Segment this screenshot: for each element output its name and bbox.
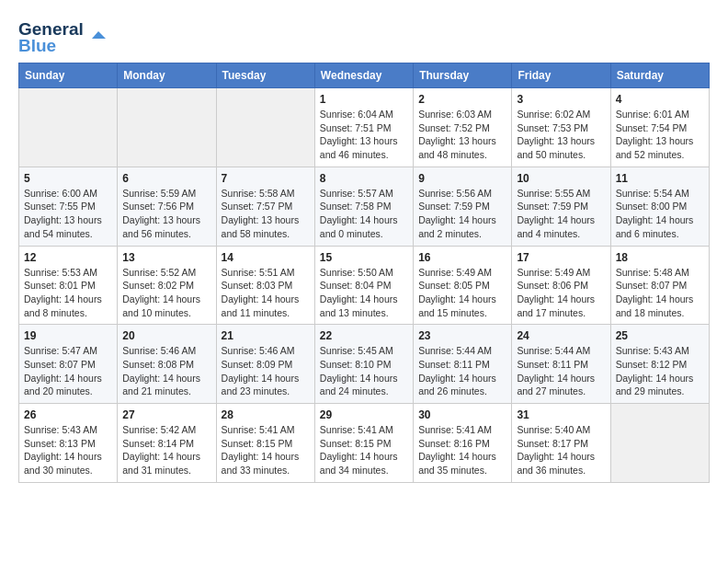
day-info: Sunrise: 5:46 AM Sunset: 8:09 PM Dayligh… — [222, 344, 310, 398]
day-number: 8 — [320, 172, 408, 185]
day-info: Sunrise: 5:54 AM Sunset: 8:00 PM Dayligh… — [616, 187, 704, 241]
calendar-cell: 9Sunrise: 5:56 AM Sunset: 7:59 PM Daylig… — [414, 167, 512, 246]
day-number: 10 — [517, 172, 605, 185]
day-info: Sunrise: 5:53 AM Sunset: 8:01 PM Dayligh… — [24, 266, 112, 320]
calendar-week-row: 19Sunrise: 5:47 AM Sunset: 8:07 PM Dayli… — [19, 325, 710, 404]
day-info: Sunrise: 5:49 AM Sunset: 8:05 PM Dayligh… — [418, 266, 506, 320]
day-info: Sunrise: 6:03 AM Sunset: 7:52 PM Dayligh… — [418, 108, 506, 162]
svg-text:Blue: Blue — [18, 36, 56, 55]
weekday-header-monday: Monday — [118, 63, 216, 88]
calendar-table: SundayMondayTuesdayWednesdayThursdayFrid… — [18, 63, 710, 483]
day-number: 4 — [616, 93, 704, 106]
calendar-week-row: 1Sunrise: 6:04 AM Sunset: 7:51 PM Daylig… — [19, 88, 710, 167]
day-number: 28 — [222, 408, 310, 421]
calendar-cell: 18Sunrise: 5:48 AM Sunset: 8:07 PM Dayli… — [610, 246, 709, 325]
day-number: 26 — [24, 408, 112, 421]
calendar-cell: 8Sunrise: 5:57 AM Sunset: 7:58 PM Daylig… — [314, 167, 413, 246]
page-header: GeneralBlue — [18, 18, 710, 55]
day-info: Sunrise: 5:55 AM Sunset: 7:59 PM Dayligh… — [517, 187, 605, 241]
day-number: 20 — [122, 329, 210, 342]
day-info: Sunrise: 5:58 AM Sunset: 7:57 PM Dayligh… — [222, 187, 310, 241]
weekday-header-row: SundayMondayTuesdayWednesdayThursdayFrid… — [19, 63, 710, 88]
day-info: Sunrise: 5:43 AM Sunset: 8:12 PM Dayligh… — [616, 344, 704, 398]
day-number: 13 — [122, 251, 210, 264]
calendar-cell: 21Sunrise: 5:46 AM Sunset: 8:09 PM Dayli… — [216, 325, 314, 404]
day-info: Sunrise: 5:40 AM Sunset: 8:17 PM Dayligh… — [517, 423, 605, 477]
day-info: Sunrise: 5:44 AM Sunset: 8:11 PM Dayligh… — [418, 344, 506, 398]
calendar-cell: 22Sunrise: 5:45 AM Sunset: 8:10 PM Dayli… — [314, 325, 413, 404]
day-number: 22 — [320, 329, 408, 342]
day-number: 15 — [320, 251, 408, 264]
calendar-week-row: 12Sunrise: 5:53 AM Sunset: 8:01 PM Dayli… — [19, 246, 710, 325]
calendar-cell — [118, 88, 216, 167]
day-info: Sunrise: 6:01 AM Sunset: 7:54 PM Dayligh… — [616, 108, 704, 162]
weekday-header-saturday: Saturday — [610, 63, 709, 88]
calendar-cell: 27Sunrise: 5:42 AM Sunset: 8:14 PM Dayli… — [118, 404, 216, 483]
calendar-cell: 3Sunrise: 6:02 AM Sunset: 7:53 PM Daylig… — [512, 88, 610, 167]
day-info: Sunrise: 5:46 AM Sunset: 8:08 PM Dayligh… — [122, 344, 210, 398]
calendar-cell: 2Sunrise: 6:03 AM Sunset: 7:52 PM Daylig… — [414, 88, 512, 167]
day-info: Sunrise: 5:44 AM Sunset: 8:11 PM Dayligh… — [517, 344, 605, 398]
weekday-header-friday: Friday — [512, 63, 610, 88]
calendar-cell: 31Sunrise: 5:40 AM Sunset: 8:17 PM Dayli… — [512, 404, 610, 483]
day-number: 27 — [122, 408, 210, 421]
logo: GeneralBlue — [18, 18, 110, 55]
day-info: Sunrise: 6:00 AM Sunset: 7:55 PM Dayligh… — [24, 187, 112, 241]
calendar-cell: 24Sunrise: 5:44 AM Sunset: 8:11 PM Dayli… — [512, 325, 610, 404]
day-info: Sunrise: 6:04 AM Sunset: 7:51 PM Dayligh… — [320, 108, 408, 162]
day-number: 24 — [517, 329, 605, 342]
day-number: 2 — [418, 93, 506, 106]
calendar-cell: 14Sunrise: 5:51 AM Sunset: 8:03 PM Dayli… — [216, 246, 314, 325]
calendar-cell: 25Sunrise: 5:43 AM Sunset: 8:12 PM Dayli… — [610, 325, 709, 404]
calendar-cell: 6Sunrise: 5:59 AM Sunset: 7:56 PM Daylig… — [118, 167, 216, 246]
calendar-cell: 7Sunrise: 5:58 AM Sunset: 7:57 PM Daylig… — [216, 167, 314, 246]
calendar-cell: 16Sunrise: 5:49 AM Sunset: 8:05 PM Dayli… — [414, 246, 512, 325]
day-number: 17 — [517, 251, 605, 264]
day-info: Sunrise: 5:51 AM Sunset: 8:03 PM Dayligh… — [222, 266, 310, 320]
day-number: 11 — [616, 172, 704, 185]
day-number: 5 — [24, 172, 112, 185]
calendar-cell: 30Sunrise: 5:41 AM Sunset: 8:16 PM Dayli… — [414, 404, 512, 483]
day-info: Sunrise: 5:59 AM Sunset: 7:56 PM Dayligh… — [122, 187, 210, 241]
day-number: 23 — [418, 329, 506, 342]
calendar-cell: 28Sunrise: 5:41 AM Sunset: 8:15 PM Dayli… — [216, 404, 314, 483]
calendar-cell: 15Sunrise: 5:50 AM Sunset: 8:04 PM Dayli… — [314, 246, 413, 325]
day-number: 12 — [24, 251, 112, 264]
day-info: Sunrise: 5:43 AM Sunset: 8:13 PM Dayligh… — [24, 423, 112, 477]
day-info: Sunrise: 5:57 AM Sunset: 7:58 PM Dayligh… — [320, 187, 408, 241]
svg-marker-2 — [92, 31, 106, 39]
day-number: 25 — [616, 329, 704, 342]
day-number: 9 — [418, 172, 506, 185]
day-info: Sunrise: 5:49 AM Sunset: 8:06 PM Dayligh… — [517, 266, 605, 320]
day-info: Sunrise: 6:02 AM Sunset: 7:53 PM Dayligh… — [517, 108, 605, 162]
calendar-cell — [610, 404, 709, 483]
weekday-header-thursday: Thursday — [414, 63, 512, 88]
day-info: Sunrise: 5:47 AM Sunset: 8:07 PM Dayligh… — [24, 344, 112, 398]
day-info: Sunrise: 5:41 AM Sunset: 8:16 PM Dayligh… — [418, 423, 506, 477]
day-number: 30 — [418, 408, 506, 421]
day-info: Sunrise: 5:42 AM Sunset: 8:14 PM Dayligh… — [122, 423, 210, 477]
weekday-header-tuesday: Tuesday — [216, 63, 314, 88]
day-number: 18 — [616, 251, 704, 264]
day-number: 6 — [122, 172, 210, 185]
day-info: Sunrise: 5:45 AM Sunset: 8:10 PM Dayligh… — [320, 344, 408, 398]
calendar-cell — [216, 88, 314, 167]
calendar-cell: 4Sunrise: 6:01 AM Sunset: 7:54 PM Daylig… — [610, 88, 709, 167]
calendar-cell: 12Sunrise: 5:53 AM Sunset: 8:01 PM Dayli… — [19, 246, 118, 325]
calendar-cell: 29Sunrise: 5:41 AM Sunset: 8:15 PM Dayli… — [314, 404, 413, 483]
day-info: Sunrise: 5:48 AM Sunset: 8:07 PM Dayligh… — [616, 266, 704, 320]
calendar-week-row: 26Sunrise: 5:43 AM Sunset: 8:13 PM Dayli… — [19, 404, 710, 483]
calendar-cell: 17Sunrise: 5:49 AM Sunset: 8:06 PM Dayli… — [512, 246, 610, 325]
weekday-header-sunday: Sunday — [19, 63, 118, 88]
calendar-week-row: 5Sunrise: 6:00 AM Sunset: 7:55 PM Daylig… — [19, 167, 710, 246]
calendar-cell: 19Sunrise: 5:47 AM Sunset: 8:07 PM Dayli… — [19, 325, 118, 404]
day-number: 16 — [418, 251, 506, 264]
day-number: 1 — [320, 93, 408, 106]
day-info: Sunrise: 5:50 AM Sunset: 8:04 PM Dayligh… — [320, 266, 408, 320]
calendar-cell: 23Sunrise: 5:44 AM Sunset: 8:11 PM Dayli… — [414, 325, 512, 404]
day-number: 7 — [222, 172, 310, 185]
weekday-header-wednesday: Wednesday — [314, 63, 413, 88]
calendar-cell — [19, 88, 118, 167]
day-info: Sunrise: 5:41 AM Sunset: 8:15 PM Dayligh… — [320, 423, 408, 477]
calendar-cell: 26Sunrise: 5:43 AM Sunset: 8:13 PM Dayli… — [19, 404, 118, 483]
